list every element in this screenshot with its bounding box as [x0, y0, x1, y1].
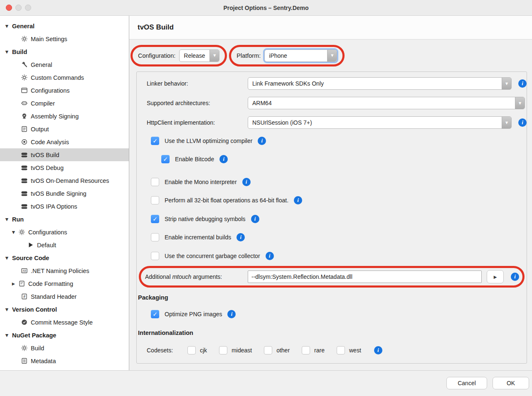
- sidebar-item-metadata[interactable]: Metadata: [0, 354, 129, 367]
- sidebar-item-label: General: [31, 61, 52, 68]
- codeset-cjk-checkbox[interactable]: [187, 346, 196, 354]
- sidebar-item-general[interactable]: ▼General: [0, 20, 129, 32]
- metadata-doc-icon: [21, 357, 28, 364]
- chevron-down-icon: ▼: [502, 117, 511, 128]
- sidebar-item-tvos-build[interactable]: tvOS Build: [0, 148, 129, 161]
- use-the-llvm-optimizing-compiler-checkbox[interactable]: ✓: [151, 137, 159, 145]
- use-the-concurrent-garbage-collector-checkbox[interactable]: [151, 252, 159, 260]
- sidebar-item-default[interactable]: Default: [0, 239, 129, 251]
- perform-all-32-bit-float-operations-as-64-bit-float-checkbox[interactable]: [151, 196, 159, 204]
- sidebar-item-commit-message-style[interactable]: Commit Message Style: [0, 316, 129, 329]
- sidebar-item-tvos-on-demand-resources[interactable]: tvOS On-Demand Resources: [0, 174, 129, 187]
- disclosure-right-icon[interactable]: ▶: [11, 281, 16, 286]
- sidebar-item-configurations[interactable]: ▼Configurations: [0, 226, 129, 239]
- dialog-footer: Cancel OK: [0, 370, 532, 396]
- sidebar-item-configurations[interactable]: Configurations: [0, 84, 129, 97]
- httpclient-implementation-dropdown[interactable]: NSUrlSession (iOS 7+)▼: [248, 116, 512, 129]
- disclosure-down-icon[interactable]: ▼: [4, 49, 10, 54]
- cancel-button[interactable]: Cancel: [446, 377, 487, 389]
- info-icon[interactable]: i: [258, 137, 266, 145]
- output-doc-icon: [21, 125, 28, 133]
- gear-icon: [21, 344, 28, 352]
- info-icon[interactable]: i: [511, 273, 519, 281]
- annotation-circle-mtouch-arguments: Additional mtouch arguments: ▶ i: [139, 266, 525, 288]
- info-icon[interactable]: i: [242, 178, 251, 186]
- info-icon[interactable]: i: [251, 215, 259, 223]
- sidebar-item-tvos-bundle-signing[interactable]: tvOS Bundle Signing: [0, 187, 129, 200]
- sidebar-item-nuget-package[interactable]: ▼NuGet Package: [0, 329, 129, 342]
- enable-the-mono-interpreter-row: Enable the Mono interpreteri: [151, 177, 527, 187]
- enable-the-mono-interpreter-checkbox[interactable]: [151, 178, 159, 186]
- sidebar-item-label: Code Formatting: [28, 280, 73, 287]
- info-icon[interactable]: i: [518, 118, 527, 127]
- strip-native-debugging-symbols-checkbox[interactable]: ✓: [151, 215, 159, 223]
- sidebar-item-main-settings[interactable]: Main Settings: [0, 32, 129, 45]
- supported-architectures-dropdown[interactable]: ARM64▼: [248, 97, 525, 109]
- mtouch-arguments-input[interactable]: [248, 271, 482, 283]
- sidebar-item-build[interactable]: ▼Build: [0, 45, 129, 58]
- close-window-button[interactable]: [6, 5, 12, 11]
- sidebar-item-code-analysis[interactable]: Code Analysis: [0, 135, 129, 148]
- ok-button[interactable]: OK: [493, 377, 529, 389]
- info-icon[interactable]: i: [219, 155, 228, 163]
- codeset-mideast-checkbox[interactable]: [219, 346, 227, 354]
- sidebar-item-build[interactable]: Build: [0, 342, 129, 354]
- tv-stack-icon: [21, 151, 28, 158]
- sidebar-item-run[interactable]: ▼Run: [0, 213, 129, 226]
- sidebar-item-output[interactable]: Output: [0, 123, 129, 135]
- disclosure-down-icon[interactable]: ▼: [11, 230, 16, 234]
- chevron-down-icon: ▼: [502, 78, 511, 89]
- disclosure-down-icon[interactable]: ▼: [4, 333, 10, 337]
- codeset-mideast: mideast: [219, 346, 252, 354]
- sidebar-item-code-formatting[interactable]: ▶Code Formatting: [0, 277, 129, 290]
- strip-native-debugging-symbols-row: ✓Strip native debugging symbolsi: [151, 214, 527, 224]
- field-label: Linker behavior:: [147, 80, 248, 87]
- packaging-header: Packaging: [137, 294, 527, 301]
- minimize-window-button[interactable]: [15, 5, 22, 11]
- titlebar: Project Options – Sentry.Demo: [0, 0, 532, 16]
- enable-incremental-builds-checkbox[interactable]: [151, 233, 159, 241]
- standard-header-icon: #: [21, 293, 28, 300]
- codeset-other-checkbox[interactable]: [264, 346, 272, 354]
- perform-all-32-bit-float-operations-as-64-bit-float-row: Perform all 32-bit float operations as 6…: [151, 195, 527, 205]
- info-icon[interactable]: i: [266, 252, 274, 260]
- play-icon: ▶: [494, 275, 497, 279]
- tv-stack-icon: [21, 177, 28, 184]
- disclosure-down-icon[interactable]: ▼: [4, 217, 10, 221]
- annotation-circle-platform: Platform: iPhone ▼: [229, 45, 345, 66]
- sidebar-item-tvos-ipa-options[interactable]: tvOS IPA Options: [0, 200, 129, 213]
- sidebar-item-source-code[interactable]: ▼Source Code: [0, 251, 129, 264]
- sidebar-item-custom-commands[interactable]: Custom Commands: [0, 71, 129, 84]
- sidebar-item-assembly-signing[interactable]: Assembly Signing: [0, 110, 129, 123]
- disclosure-down-icon[interactable]: ▼: [4, 24, 10, 28]
- platform-dropdown[interactable]: iPhone ▼: [264, 49, 337, 62]
- info-icon[interactable]: i: [227, 310, 236, 318]
- sidebar-item-standard-header[interactable]: #Standard Header: [0, 290, 129, 303]
- disclosure-down-icon[interactable]: ▼: [4, 307, 10, 312]
- info-icon[interactable]: i: [294, 196, 302, 204]
- optimize-png-checkbox[interactable]: ✓: [151, 310, 159, 318]
- info-icon[interactable]: i: [236, 233, 245, 241]
- sidebar-item-general[interactable]: General: [0, 58, 129, 71]
- configuration-dropdown[interactable]: Release ▼: [179, 49, 219, 62]
- sidebar-item-compiler[interactable]: Compiler: [0, 97, 129, 110]
- optimize-png-row: ✓ Optimize PNG images i: [151, 309, 527, 319]
- codeset-rare: rare: [302, 346, 325, 354]
- sidebar-item-net-naming-policies[interactable]: AB.NET Naming Policies: [0, 264, 129, 277]
- disclosure-down-icon[interactable]: ▼: [4, 256, 10, 260]
- configuration-label: Configuration:: [138, 52, 175, 59]
- codeset-west-checkbox[interactable]: [337, 346, 345, 354]
- configuration-value: Release: [180, 50, 209, 61]
- codeset-rare-checkbox[interactable]: [302, 346, 310, 354]
- sidebar-item-label: .NET Naming Policies: [31, 268, 89, 274]
- enable-bitcode-checkbox[interactable]: ✓: [161, 155, 170, 163]
- zoom-window-button[interactable]: [25, 5, 31, 11]
- platform-value: iPhone: [265, 50, 327, 61]
- info-icon[interactable]: i: [518, 79, 527, 88]
- sidebar-item-version-control[interactable]: ▼Version Control: [0, 303, 129, 316]
- sidebar-item-label: Source Code: [12, 255, 49, 261]
- info-icon[interactable]: i: [374, 346, 382, 354]
- sidebar-item-tvos-debug[interactable]: tvOS Debug: [0, 161, 129, 174]
- mtouch-expand-button[interactable]: ▶: [487, 270, 504, 283]
- linker-behavior-dropdown[interactable]: Link Framework SDKs Only▼: [248, 77, 512, 90]
